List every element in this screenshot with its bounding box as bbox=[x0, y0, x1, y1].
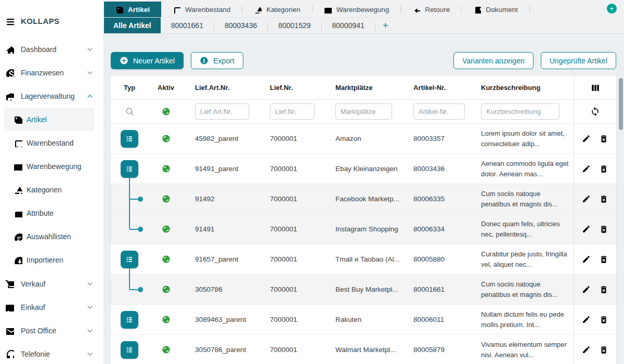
vertical-scrollbar[interactable] bbox=[619, 78, 623, 130]
list-icon bbox=[124, 134, 135, 144]
tab-dokument[interactable]: Dokument bbox=[462, 2, 529, 17]
table-row[interactable]: 3089463_parent 7000001 Rakuten 80006011 … bbox=[111, 305, 616, 335]
cell-kurzbeschreibung: Vivamus elementum semper nisi. Aenean vu… bbox=[473, 340, 574, 360]
expand-variants-button[interactable] bbox=[121, 160, 138, 178]
column-header-lief-nr[interactable]: Lief.Nr. bbox=[262, 84, 327, 92]
column-header-typ[interactable]: Typ bbox=[111, 84, 148, 92]
table-row[interactable]: 91491 7000001 Instagram Shopping 8000633… bbox=[111, 214, 616, 244]
button-label: Export bbox=[213, 57, 234, 65]
sidebar-item-warenbewegung[interactable]: Warenbewegung bbox=[4, 154, 94, 178]
tab-label: Dokument bbox=[486, 6, 518, 14]
column-header-aktiv[interactable]: Aktiv bbox=[148, 84, 184, 92]
edit-icon[interactable] bbox=[582, 315, 591, 324]
table-row[interactable]: 91491_parent 7000001 Ebay Kleinanzeigen … bbox=[111, 154, 616, 184]
cell-lief-nr: 7000001 bbox=[262, 255, 327, 263]
tab-article-80003436[interactable]: 80003436 bbox=[214, 18, 267, 33]
sidebar-item-label: Finanzwesen bbox=[21, 69, 64, 77]
expand-variants-button[interactable] bbox=[121, 311, 138, 329]
column-header-lief-art-nr[interactable]: Lief.Art.Nr. bbox=[184, 84, 262, 92]
expand-variants-button[interactable] bbox=[121, 251, 138, 268]
content-area: Neuer Artikel Export Varianten anzeigen … bbox=[104, 52, 624, 364]
sidebar-item-label: Artikel bbox=[27, 115, 47, 124]
column-header-kurzbeschreibung[interactable]: Kurzbeschreibung bbox=[473, 84, 574, 92]
edit-icon[interactable] bbox=[582, 345, 591, 354]
list-icon bbox=[124, 315, 135, 325]
edit-icon[interactable] bbox=[582, 134, 591, 143]
export-button[interactable]: Export bbox=[191, 52, 243, 69]
delete-icon[interactable] bbox=[599, 225, 608, 234]
category-icon bbox=[254, 6, 262, 14]
delete-icon[interactable] bbox=[599, 255, 608, 264]
edit-icon[interactable] bbox=[582, 194, 591, 203]
delete-icon[interactable] bbox=[599, 315, 608, 324]
tab-artikel[interactable]: Artikel bbox=[104, 2, 161, 17]
sidebar-item-post-office[interactable]: Post Office bbox=[0, 319, 103, 342]
tab-warenbewegung[interactable]: Warenbewegung bbox=[313, 2, 401, 17]
add-article-tab-button[interactable]: + bbox=[375, 18, 396, 33]
button-label: Neuer Artikel bbox=[133, 57, 175, 65]
table-row[interactable]: 3050786 7000001 Best Buy Marketpl... 800… bbox=[111, 275, 616, 305]
sidebar-item-finanzwesen[interactable]: Finanzwesen bbox=[0, 61, 103, 84]
tab-article-80001529[interactable]: 80001529 bbox=[268, 18, 321, 33]
sidebar-item-label: Kategorien bbox=[27, 186, 62, 194]
table-row[interactable]: 45982_parent 7000001 Amazon 80003357 Lor… bbox=[111, 124, 616, 154]
column-header-marktplaetze[interactable]: Marktplätze bbox=[327, 84, 405, 92]
cell-lief-art-nr: 3050786 bbox=[184, 285, 262, 293]
sidebar-item-dashboard[interactable]: Dashboard bbox=[0, 37, 103, 61]
tab-article-80000941[interactable]: 80000941 bbox=[322, 18, 375, 33]
new-article-button[interactable]: Neuer Artikel bbox=[111, 52, 184, 69]
refresh-icon[interactable] bbox=[590, 107, 600, 116]
filter-lief-nr-input[interactable] bbox=[270, 103, 315, 120]
expand-variants-button[interactable] bbox=[121, 341, 138, 359]
filter-artikel-nr-input[interactable] bbox=[413, 103, 465, 120]
sidebar-item-lagerverwaltung[interactable]: Lagerverwaltung bbox=[0, 84, 103, 108]
edit-icon[interactable] bbox=[582, 285, 591, 294]
show-variants-button[interactable]: Varianten anzeigen bbox=[453, 52, 534, 69]
delete-icon[interactable] bbox=[599, 285, 608, 294]
cell-lief-nr: 7000001 bbox=[262, 195, 327, 203]
tab-alle-artikel[interactable]: Alle Artikel bbox=[104, 18, 161, 33]
sidebar-item-kategorien[interactable]: Kategorien bbox=[4, 178, 94, 201]
expand-variants-button[interactable] bbox=[121, 130, 138, 148]
filter-lief-art-nr-input[interactable] bbox=[195, 103, 249, 120]
edit-icon[interactable] bbox=[582, 225, 591, 233]
delete-icon[interactable] bbox=[599, 194, 608, 204]
sidebar-item-verkauf[interactable]: Verkauf bbox=[0, 272, 103, 295]
unchecked-articles-button[interactable]: Ungeprüfte Artikel bbox=[541, 52, 616, 69]
tab-kategorien[interactable]: Kategorien bbox=[242, 2, 311, 17]
tab-retoure[interactable]: Retoure bbox=[401, 2, 461, 17]
table-row[interactable]: 91492 7000001 Facebook Marketp... 800063… bbox=[111, 184, 616, 214]
cell-marktplatz: Best Buy Marketpl... bbox=[327, 285, 405, 293]
tab-warenbestand[interactable]: Warenbestand bbox=[161, 2, 242, 17]
filter-marktplaetze-input[interactable] bbox=[335, 103, 392, 120]
table-header-row: Typ Aktiv Lief.Art.Nr. Lief.Nr. Marktplä… bbox=[111, 76, 616, 100]
tab-article-80001661[interactable]: 80001661 bbox=[161, 18, 214, 33]
delete-icon[interactable] bbox=[599, 134, 608, 144]
table-row[interactable]: 3050786_parent 7000001 Walmart Marketpl.… bbox=[111, 335, 616, 364]
home-icon bbox=[5, 45, 14, 54]
sidebar-item-importieren[interactable]: Importieren bbox=[4, 248, 94, 271]
column-settings-icon[interactable] bbox=[590, 83, 601, 93]
main-area: Artikel Warenbestand Kategorien Warenbew… bbox=[104, 0, 624, 364]
sidebar-item-warenbestand[interactable]: Warenbestand bbox=[4, 131, 94, 154]
column-header-artikel-nr[interactable]: Artikel-Nr. bbox=[405, 84, 473, 92]
sidebar-item-auswahllisten[interactable]: Auswahllisten bbox=[4, 225, 94, 248]
tab-separator bbox=[529, 6, 530, 14]
filter-kurzbeschreibung-input[interactable] bbox=[481, 103, 560, 120]
edit-icon[interactable] bbox=[582, 255, 591, 264]
sidebar-item-einkauf[interactable]: Einkauf bbox=[0, 295, 103, 319]
sidebar-item-artikel[interactable]: Artikel bbox=[4, 108, 94, 131]
delete-icon[interactable] bbox=[599, 164, 608, 174]
cell-lief-nr: 7000001 bbox=[262, 225, 327, 233]
active-filter-icon[interactable] bbox=[162, 107, 171, 116]
sidebar-item-telefonie[interactable]: Telefonie bbox=[0, 342, 103, 364]
delete-icon[interactable] bbox=[599, 345, 608, 355]
tab-label: Artikel bbox=[128, 6, 150, 14]
tab-label: Kategorien bbox=[266, 6, 300, 14]
sidebar-item-attribute[interactable]: Attribute bbox=[4, 201, 94, 225]
sidebar-item-label: Warenbewegung bbox=[27, 162, 81, 171]
table-row[interactable]: 91657_parent 7000001 Tmall и Taobao (Al.… bbox=[111, 244, 616, 275]
add-tab-button[interactable] bbox=[607, 4, 617, 14]
edit-icon[interactable] bbox=[582, 164, 591, 173]
hamburger-menu-icon[interactable] bbox=[5, 16, 14, 26]
